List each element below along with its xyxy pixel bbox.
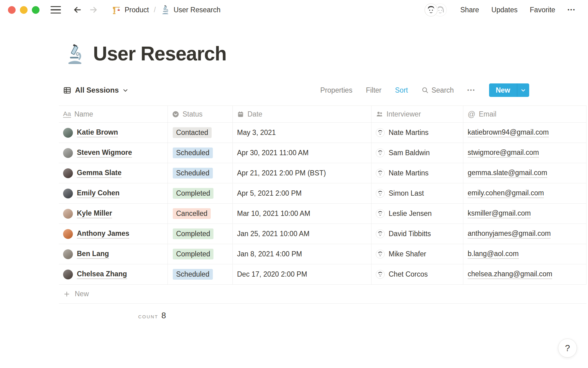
- email-link[interactable]: gemma.slate@gmail.com: [468, 169, 547, 178]
- email-link[interactable]: b.lang@aol.com: [468, 250, 519, 259]
- status-cell[interactable]: Scheduled: [168, 264, 233, 284]
- date-cell[interactable]: Jan 25, 2021 10:00 AM: [233, 224, 371, 244]
- name-cell[interactable]: Steven Wigmore: [59, 143, 168, 163]
- help-button[interactable]: ?: [558, 339, 577, 358]
- column-header-date[interactable]: Date: [233, 106, 371, 122]
- minimize-window-button[interactable]: [20, 6, 28, 14]
- column-header-status[interactable]: Status: [168, 106, 233, 122]
- search-button[interactable]: Search: [421, 86, 454, 94]
- participant-name-link[interactable]: Gemma Slate: [77, 169, 122, 178]
- favorite-button[interactable]: Favorite: [530, 6, 555, 14]
- more-options-icon[interactable]: •••: [567, 7, 576, 13]
- email-link[interactable]: chelsea.zhang@gmail.com: [468, 270, 552, 279]
- new-button-label[interactable]: New: [489, 83, 517, 97]
- email-cell[interactable]: anthonyjames@gmail.com: [463, 224, 586, 244]
- new-button-dropdown[interactable]: [517, 83, 529, 97]
- email-cell[interactable]: stwigmore@gmail.com: [463, 143, 586, 163]
- interviewer-cell[interactable]: Nate Martins: [371, 163, 463, 183]
- column-header-interviewer[interactable]: Interviewer: [371, 106, 463, 122]
- view-switcher[interactable]: All Sessions: [63, 86, 128, 94]
- breadcrumb-item-user-research[interactable]: User Research: [161, 5, 221, 14]
- date-cell[interactable]: Dec 17, 2020 2:00 PM: [233, 264, 371, 284]
- email-cell[interactable]: b.lang@aol.com: [463, 244, 586, 264]
- status-badge[interactable]: Scheduled: [173, 148, 213, 158]
- status-cell[interactable]: Contacted: [168, 123, 233, 143]
- name-cell[interactable]: Kyle Miller: [59, 204, 168, 224]
- participant-name-link[interactable]: Anthony James: [77, 229, 129, 239]
- participant-name-link[interactable]: Emily Cohen: [77, 189, 119, 198]
- sort-button[interactable]: Sort: [395, 86, 408, 94]
- updates-button[interactable]: Updates: [491, 6, 518, 14]
- share-button[interactable]: Share: [460, 6, 479, 14]
- status-badge[interactable]: Contacted: [173, 127, 212, 138]
- collaborator-avatar[interactable]: [424, 3, 438, 17]
- email-cell[interactable]: katiebrown94@gmail.com: [463, 123, 586, 143]
- back-button[interactable]: [73, 5, 82, 15]
- status-badge[interactable]: Completed: [173, 188, 213, 199]
- interviewer-cell[interactable]: David Tibbitts: [371, 224, 463, 244]
- email-link[interactable]: katiebrown94@gmail.com: [468, 128, 549, 137]
- view-toolbar-actions: Properties Filter Sort Search ••• New: [320, 83, 529, 97]
- email-link[interactable]: anthonyjames@gmail.com: [468, 229, 551, 239]
- at-icon: @: [468, 110, 475, 119]
- status-badge[interactable]: Scheduled: [173, 168, 213, 178]
- status-badge[interactable]: Scheduled: [173, 269, 213, 280]
- email-link[interactable]: stwigmore@gmail.com: [468, 148, 539, 158]
- interviewer-cell[interactable]: Mike Shafer: [371, 244, 463, 264]
- email-link[interactable]: ksmiller@gmail.com: [468, 209, 531, 218]
- date-cell[interactable]: Apr 21, 2021 2:00 PM (BST): [233, 163, 371, 183]
- status-cell[interactable]: Cancelled: [168, 204, 233, 224]
- interviewer-cell[interactable]: Sam Baldwin: [371, 143, 463, 163]
- email-cell[interactable]: emily.cohen@gmail.com: [463, 183, 586, 203]
- view-more-options-icon[interactable]: •••: [467, 87, 476, 93]
- breadcrumb-item-product[interactable]: Product: [112, 5, 149, 14]
- interviewer-cell[interactable]: Leslie Jensen: [371, 204, 463, 224]
- email-cell[interactable]: chelsea.zhang@gmail.com: [463, 264, 586, 284]
- interviewer-cell[interactable]: Simon Last: [371, 183, 463, 203]
- name-cell[interactable]: Gemma Slate: [59, 163, 168, 183]
- email-cell[interactable]: gemma.slate@gmail.com: [463, 163, 586, 183]
- date-cell[interactable]: May 3, 2021: [233, 123, 371, 143]
- participant-name-link[interactable]: Ben Lang: [77, 250, 109, 259]
- name-cell[interactable]: Emily Cohen: [59, 183, 168, 203]
- new-button[interactable]: New: [489, 83, 529, 97]
- participant-name-link[interactable]: Katie Brown: [77, 128, 118, 137]
- name-cell[interactable]: Katie Brown: [59, 123, 168, 143]
- status-badge[interactable]: Cancelled: [173, 208, 211, 219]
- interviewer-name: Nate Martins: [389, 128, 428, 137]
- status-cell[interactable]: Completed: [168, 183, 233, 203]
- name-cell[interactable]: Chelsea Zhang: [59, 264, 168, 284]
- date-cell[interactable]: Mar 10, 2021 10:00 AM: [233, 204, 371, 224]
- status-cell[interactable]: Completed: [168, 224, 233, 244]
- participant-name-link[interactable]: Chelsea Zhang: [77, 270, 127, 279]
- column-header-name[interactable]: Aa Name: [59, 106, 168, 122]
- sidebar-menu-icon[interactable]: [51, 6, 61, 14]
- date-cell[interactable]: Apr 5, 2021 2:00 PM: [233, 183, 371, 203]
- column-header-email[interactable]: @ Email: [463, 106, 586, 122]
- date-cell[interactable]: Jan 8, 2021 4:00 PM: [233, 244, 371, 264]
- close-window-button[interactable]: [8, 6, 16, 14]
- participant-name-link[interactable]: Kyle Miller: [77, 209, 112, 218]
- status-cell[interactable]: Completed: [168, 244, 233, 264]
- status-badge[interactable]: Completed: [173, 249, 213, 259]
- page-title: User Research: [93, 43, 226, 64]
- status-cell[interactable]: Scheduled: [168, 163, 233, 183]
- forward-button[interactable]: [89, 5, 98, 15]
- participant-name-link[interactable]: Steven Wigmore: [77, 148, 132, 158]
- new-row-button[interactable]: New: [59, 285, 586, 304]
- status-cell[interactable]: Scheduled: [168, 143, 233, 163]
- filter-button[interactable]: Filter: [366, 86, 382, 94]
- date-cell[interactable]: Apr 30, 2021 11:00 AM: [233, 143, 371, 163]
- view-toolbar: All Sessions Properties Filter Sort Sear…: [0, 83, 588, 98]
- name-cell[interactable]: Anthony James: [59, 224, 168, 244]
- count-footer[interactable]: COUNT 8: [59, 311, 168, 320]
- email-link[interactable]: emily.cohen@gmail.com: [468, 189, 544, 198]
- zoom-window-button[interactable]: [32, 6, 40, 14]
- name-cell[interactable]: Ben Lang: [59, 244, 168, 264]
- properties-button[interactable]: Properties: [320, 86, 352, 94]
- status-badge[interactable]: Completed: [173, 228, 213, 239]
- interviewer-cell[interactable]: Nate Martins: [371, 123, 463, 143]
- email-cell[interactable]: ksmiller@gmail.com: [463, 204, 586, 224]
- interviewer-cell[interactable]: Chet Corcos: [371, 264, 463, 284]
- calendar-icon: [237, 111, 244, 118]
